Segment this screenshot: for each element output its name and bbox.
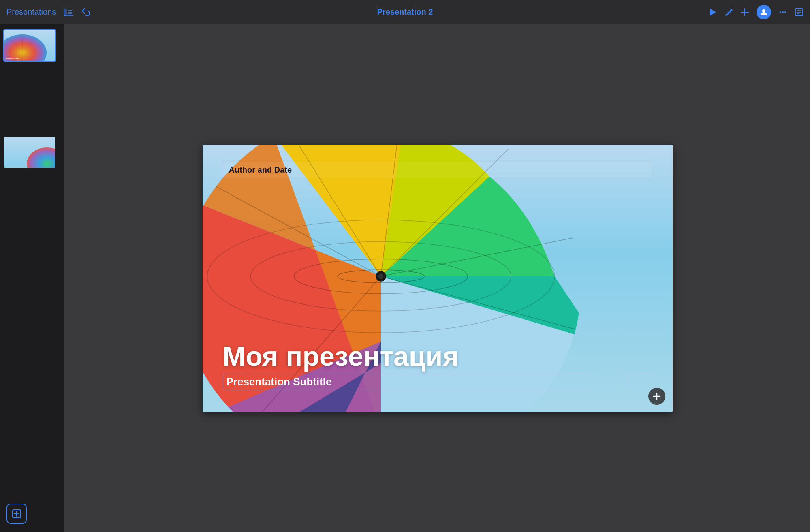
svg-rect-1 (64, 9, 67, 16)
app-header: Presentations Presentation 2 (0, 0, 810, 24)
svg-point-39 (378, 273, 383, 279)
main-title-box[interactable]: Моя презентация (223, 341, 592, 372)
slide-thumbnail-3[interactable]: 3 (3, 100, 61, 133)
slide-thumbnail-2[interactable]: 2 (3, 65, 61, 97)
svg-point-12 (782, 11, 784, 13)
presentation-title[interactable]: Presentation 2 (377, 7, 433, 17)
notes-button[interactable] (795, 8, 804, 17)
undo-button[interactable] (81, 7, 91, 17)
annotate-button[interactable] (724, 8, 733, 17)
slide-panel: 1 (0, 24, 65, 532)
more-button[interactable] (778, 8, 787, 17)
add-slide-button[interactable] (6, 504, 27, 524)
author-date-box[interactable]: Author and Date (223, 162, 652, 178)
header-left: Presentations (6, 7, 136, 17)
slide-canvas[interactable]: Author and Date Моя презентация Presenta… (203, 145, 673, 412)
svg-point-10 (762, 9, 765, 13)
header-center: Presentation 2 (136, 7, 674, 17)
main-title-text: Моя презентация (223, 341, 459, 372)
slide-thumbnail-4[interactable]: 4 (3, 136, 61, 169)
svg-marker-5 (710, 9, 716, 16)
corner-selection-box (628, 374, 652, 390)
app-title[interactable]: Presentations (6, 7, 56, 17)
balloon-image (203, 145, 583, 412)
author-date-text: Author and Date (229, 165, 292, 174)
subtitle-text: Presentation Subtitle (227, 376, 332, 388)
subtitle-box[interactable]: Presentation Subtitle (223, 374, 592, 390)
sidebar-toggle-button[interactable] (64, 9, 73, 16)
add-button[interactable] (740, 8, 749, 17)
svg-point-11 (780, 11, 781, 13)
svg-point-13 (784, 11, 786, 13)
canvas-add-button[interactable] (648, 388, 665, 405)
slide-thumbnail-1[interactable]: 1 (3, 29, 61, 62)
user-avatar-button[interactable] (757, 5, 771, 19)
header-right (674, 5, 804, 19)
main-content: 1 (0, 24, 810, 532)
sidebar-bottom (0, 499, 64, 529)
play-button[interactable] (708, 8, 717, 17)
canvas-area: Author and Date Моя презентация Presenta… (65, 24, 810, 532)
svg-point-22 (27, 147, 55, 168)
